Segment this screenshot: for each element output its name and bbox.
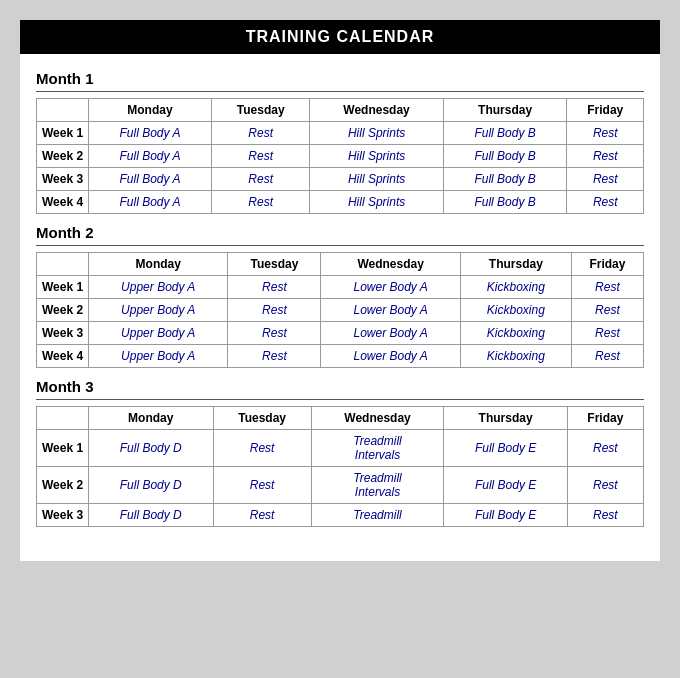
- month-1-week-1-day-5: Rest: [567, 122, 644, 145]
- month-3-table: MondayTuesdayWednesdayThursdayFridayWeek…: [36, 406, 644, 527]
- month-3-week-1-day-2: Rest: [213, 430, 311, 467]
- month-1-week-2-label: Week 2: [37, 145, 89, 168]
- table-row: Week 4Upper Body ARestLower Body AKickbo…: [37, 345, 644, 368]
- month-3-week-1-day-3: TreadmillIntervals: [311, 430, 444, 467]
- month-2-col-header-3: Wednesday: [321, 253, 460, 276]
- month-1-heading: Month 1: [36, 70, 644, 87]
- month-1-week-2-day-5: Rest: [567, 145, 644, 168]
- training-calendar-page: TRAINING CALENDAR Month 1MondayTuesdayWe…: [20, 20, 660, 561]
- month-3-week-1-label: Week 1: [37, 430, 89, 467]
- month-1-col-header-4: Thursday: [443, 99, 567, 122]
- table-row: Week 2Full Body DRestTreadmillIntervalsF…: [37, 467, 644, 504]
- month-2-week-2-day-5: Rest: [571, 299, 643, 322]
- month-1-week-1-day-1: Full Body A: [89, 122, 212, 145]
- month-2-week-4-day-4: Kickboxing: [460, 345, 571, 368]
- month-3-week-3-day-4: Full Body E: [444, 504, 567, 527]
- month-2-col-header-2: Tuesday: [228, 253, 321, 276]
- month-2-week-3-day-2: Rest: [228, 322, 321, 345]
- month-3-week-3-label: Week 3: [37, 504, 89, 527]
- month-1-week-1-day-3: Hill Sprints: [310, 122, 443, 145]
- month-2-week-2-label: Week 2: [37, 299, 89, 322]
- table-row: Week 2Full Body ARestHill SprintsFull Bo…: [37, 145, 644, 168]
- table-row: Week 1Upper Body ARestLower Body AKickbo…: [37, 276, 644, 299]
- month-1-week-2-day-3: Hill Sprints: [310, 145, 443, 168]
- month-3-week-1-day-5: Rest: [567, 430, 643, 467]
- month-2-week-3-day-4: Kickboxing: [460, 322, 571, 345]
- month-3-week-2-day-1: Full Body D: [89, 467, 214, 504]
- month-3-week-2-label: Week 2: [37, 467, 89, 504]
- month-1-week-4-day-2: Rest: [211, 191, 309, 214]
- month-2-week-2-day-3: Lower Body A: [321, 299, 460, 322]
- month-1-week-2-day-4: Full Body B: [443, 145, 567, 168]
- month-3-heading: Month 3: [36, 378, 644, 395]
- month-2-week-2-day-1: Upper Body A: [89, 299, 228, 322]
- month-2-week-4-label: Week 4: [37, 345, 89, 368]
- month-2-week-2-day-2: Rest: [228, 299, 321, 322]
- month-3-col-header-3: Wednesday: [311, 407, 444, 430]
- month-1-week-2-day-1: Full Body A: [89, 145, 212, 168]
- table-row: Week 3Upper Body ARestLower Body AKickbo…: [37, 322, 644, 345]
- month-3-col-header-2: Tuesday: [213, 407, 311, 430]
- month-3-week-1-day-4: Full Body E: [444, 430, 567, 467]
- month-3-week-2-day-5: Rest: [567, 467, 643, 504]
- month-1-week-1-day-2: Rest: [211, 122, 309, 145]
- month-1-week-4-day-3: Hill Sprints: [310, 191, 443, 214]
- month-3-week-2-day-4: Full Body E: [444, 467, 567, 504]
- month-3-col-header-5: Friday: [567, 407, 643, 430]
- month-2-week-1-day-1: Upper Body A: [89, 276, 228, 299]
- month-2-week-1-day-4: Kickboxing: [460, 276, 571, 299]
- month-2-week-3-day-3: Lower Body A: [321, 322, 460, 345]
- month-1-week-3-label: Week 3: [37, 168, 89, 191]
- month-2-week-4-day-2: Rest: [228, 345, 321, 368]
- month-1-col-header-0: [37, 99, 89, 122]
- table-row: Week 4Full Body ARestHill SprintsFull Bo…: [37, 191, 644, 214]
- month-1-table: MondayTuesdayWednesdayThursdayFridayWeek…: [36, 98, 644, 214]
- month-2-col-header-1: Monday: [89, 253, 228, 276]
- month-1-week-2-day-2: Rest: [211, 145, 309, 168]
- table-row: Week 1Full Body ARestHill SprintsFull Bo…: [37, 122, 644, 145]
- month-2-week-1-day-3: Lower Body A: [321, 276, 460, 299]
- month-3-week-2-day-2: Rest: [213, 467, 311, 504]
- month-1-col-header-3: Wednesday: [310, 99, 443, 122]
- month-2-week-1-day-2: Rest: [228, 276, 321, 299]
- page-title: TRAINING CALENDAR: [20, 20, 660, 54]
- table-row: Week 1Full Body DRestTreadmillIntervalsF…: [37, 430, 644, 467]
- month-1-week-3-day-5: Rest: [567, 168, 644, 191]
- table-row: Week 2Upper Body ARestLower Body AKickbo…: [37, 299, 644, 322]
- month-2-week-2-day-4: Kickboxing: [460, 299, 571, 322]
- month-3-col-header-1: Monday: [89, 407, 214, 430]
- month-2-col-header-4: Thursday: [460, 253, 571, 276]
- month-2-week-4-day-1: Upper Body A: [89, 345, 228, 368]
- month-2-col-header-0: [37, 253, 89, 276]
- table-row: Week 3Full Body DRestTreadmillFull Body …: [37, 504, 644, 527]
- month-1-week-3-day-1: Full Body A: [89, 168, 212, 191]
- month-2-week-3-label: Week 3: [37, 322, 89, 345]
- table-row: Week 3Full Body ARestHill SprintsFull Bo…: [37, 168, 644, 191]
- month-2-heading: Month 2: [36, 224, 644, 241]
- month-1-week-3-day-2: Rest: [211, 168, 309, 191]
- month-1-week-1-day-4: Full Body B: [443, 122, 567, 145]
- month-1-col-header-5: Friday: [567, 99, 644, 122]
- month-3-col-header-0: [37, 407, 89, 430]
- month-3-week-3-day-2: Rest: [213, 504, 311, 527]
- month-3-week-1-day-1: Full Body D: [89, 430, 214, 467]
- month-3-week-3-day-1: Full Body D: [89, 504, 214, 527]
- month-1-week-4-label: Week 4: [37, 191, 89, 214]
- month-2-week-3-day-1: Upper Body A: [89, 322, 228, 345]
- month-1-week-4-day-5: Rest: [567, 191, 644, 214]
- month-1-week-4-day-4: Full Body B: [443, 191, 567, 214]
- month-1-col-header-2: Tuesday: [211, 99, 309, 122]
- month-3-week-3-day-3: Treadmill: [311, 504, 444, 527]
- month-2-week-3-day-5: Rest: [571, 322, 643, 345]
- month-1-week-4-day-1: Full Body A: [89, 191, 212, 214]
- month-3-col-header-4: Thursday: [444, 407, 567, 430]
- month-2-week-1-day-5: Rest: [571, 276, 643, 299]
- month-2-week-4-day-3: Lower Body A: [321, 345, 460, 368]
- month-1-week-3-day-3: Hill Sprints: [310, 168, 443, 191]
- month-2-col-header-5: Friday: [571, 253, 643, 276]
- month-2-table: MondayTuesdayWednesdayThursdayFridayWeek…: [36, 252, 644, 368]
- month-2-week-4-day-5: Rest: [571, 345, 643, 368]
- month-3-week-2-day-3: TreadmillIntervals: [311, 467, 444, 504]
- month-2-week-1-label: Week 1: [37, 276, 89, 299]
- month-1-week-1-label: Week 1: [37, 122, 89, 145]
